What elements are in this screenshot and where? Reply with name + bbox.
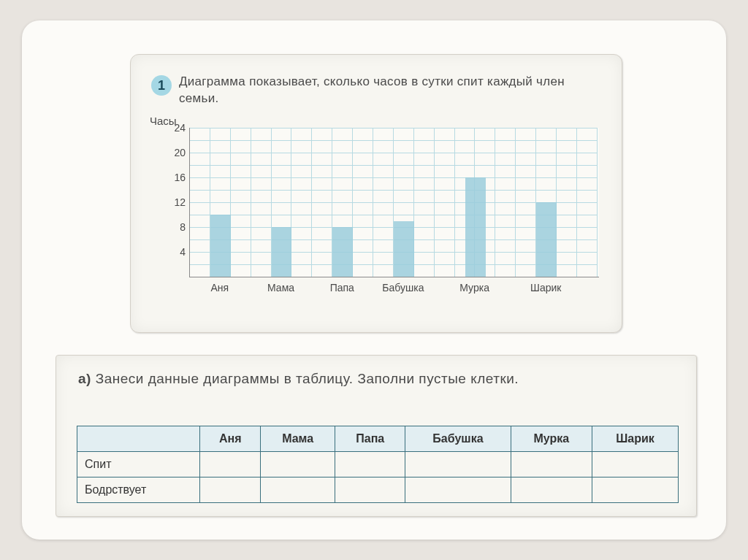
row-label: Спит <box>77 452 200 477</box>
bar-Мурка <box>465 177 486 277</box>
x-label: Аня <box>211 282 229 294</box>
x-axis-labels: АняМамаПапаБабушкаМуркаШарик <box>189 282 598 296</box>
y-tick: 20 <box>164 147 186 158</box>
task-a-body: Занеси данные диаграммы в таблицу. Запол… <box>96 371 519 386</box>
y-tick: 24 <box>164 122 186 134</box>
table-cell[interactable] <box>260 452 335 477</box>
table-header-cell: Мурка <box>511 426 592 452</box>
chart-grid: 4812162024 <box>189 128 599 277</box>
table-header-cell: Аня <box>200 426 261 452</box>
table-cell[interactable] <box>592 452 679 477</box>
bar-chart: 4812162024 АняМамаПапаБабушкаМуркаШарик <box>189 128 598 296</box>
answer-table: АняМамаПапаБабушкаМуркаШарик СпитБодрств… <box>77 426 679 503</box>
table-corner-cell <box>77 426 200 452</box>
question-text: Диаграмма показывает, сколько часов в су… <box>179 74 588 107</box>
y-tick: 4 <box>164 246 186 258</box>
table-cell[interactable] <box>405 477 511 503</box>
table-cell[interactable] <box>200 477 261 503</box>
table-header-cell: Бабушка <box>405 426 511 452</box>
table-cell[interactable] <box>405 452 511 477</box>
exercise-number-badge: 1 <box>151 75 172 96</box>
table-header-cell: Папа <box>335 426 405 452</box>
slide-frame: 1 Диаграмма показывает, сколько часов в … <box>22 20 726 540</box>
y-tick: 16 <box>164 172 186 183</box>
y-tick: 8 <box>164 221 186 233</box>
bar-Аня <box>210 215 231 277</box>
bar-Папа <box>332 227 353 277</box>
x-label: Шарик <box>530 282 561 294</box>
table-cell[interactable] <box>200 452 261 477</box>
x-label: Папа <box>330 282 354 294</box>
x-label: Мама <box>267 282 294 294</box>
table-cell[interactable] <box>511 477 592 503</box>
table-cell[interactable] <box>511 452 592 477</box>
x-label: Бабушка <box>382 282 424 294</box>
table-header-cell: Шарик <box>592 426 679 452</box>
row-label: Бодрствует <box>77 477 200 503</box>
bar-Мама <box>272 227 292 277</box>
table-cell[interactable] <box>260 477 335 503</box>
table-cell[interactable] <box>335 452 405 477</box>
task-a-text: а) Занеси данные диаграммы в таблицу. За… <box>78 369 677 390</box>
upper-panel: 1 Диаграмма показывает, сколько часов в … <box>130 54 622 333</box>
lower-panel: а) Занеси данные диаграммы в таблицу. За… <box>56 355 697 517</box>
table-row: Бодрствует <box>77 477 679 503</box>
table-row: Спит <box>77 452 679 477</box>
task-a-marker: а) <box>78 371 91 386</box>
table-cell[interactable] <box>592 477 679 503</box>
bar-Бабушка <box>394 221 414 277</box>
x-label: Мурка <box>459 282 489 294</box>
bar-Шарик <box>536 202 557 277</box>
table-header-row: АняМамаПапаБабушкаМуркаШарик <box>77 426 679 452</box>
table-header-cell: Мама <box>260 426 335 452</box>
y-tick: 12 <box>164 196 186 208</box>
table-cell[interactable] <box>335 477 405 503</box>
